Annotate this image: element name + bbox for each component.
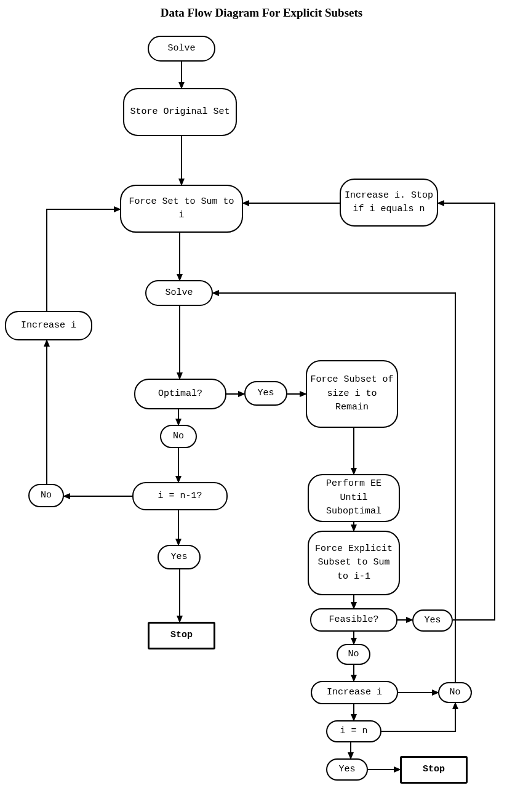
node-stop-1: Stop [148, 622, 215, 649]
node-no-feasible: No [337, 644, 370, 665]
diagram-title: Data Flow Diagram For Explicit Subsets [0, 6, 523, 20]
node-yes-left-branch: Yes [158, 545, 201, 569]
node-increase-i-left: Increase i [5, 311, 92, 340]
node-feasible: Feasible? [310, 608, 397, 632]
node-yes-2: Yes [326, 758, 368, 781]
node-solve-2: Solve [145, 280, 213, 306]
node-no-right: No [438, 682, 472, 703]
node-force-set-sum-i: Force Set to Sum to i [120, 185, 243, 233]
node-yes-optimal: Yes [244, 381, 287, 406]
node-increase-i-stop: Increase i. Stop if i equals n [340, 179, 438, 227]
node-no-optimal: No [160, 425, 197, 448]
node-force-subset-size-i: Force Subset of size i to Remain [306, 360, 398, 428]
node-increase-i-2: Increase i [311, 681, 398, 704]
node-force-explicit-subset: Force Explicit Subset to Sum to i-1 [308, 531, 400, 595]
node-i-eq-n-1: i = n-1? [132, 482, 228, 510]
node-stop-2: Stop [400, 756, 468, 784]
node-i-eq-n: i = n [326, 720, 381, 742]
node-perform-ee: Perform EE Until Suboptimal [308, 474, 400, 522]
node-optimal: Optimal? [134, 379, 226, 409]
node-store-original-set: Store Original Set [123, 88, 237, 136]
node-yes-feasible: Yes [412, 609, 453, 632]
node-solve-1: Solve [148, 36, 215, 62]
node-no-left: No [28, 484, 64, 507]
